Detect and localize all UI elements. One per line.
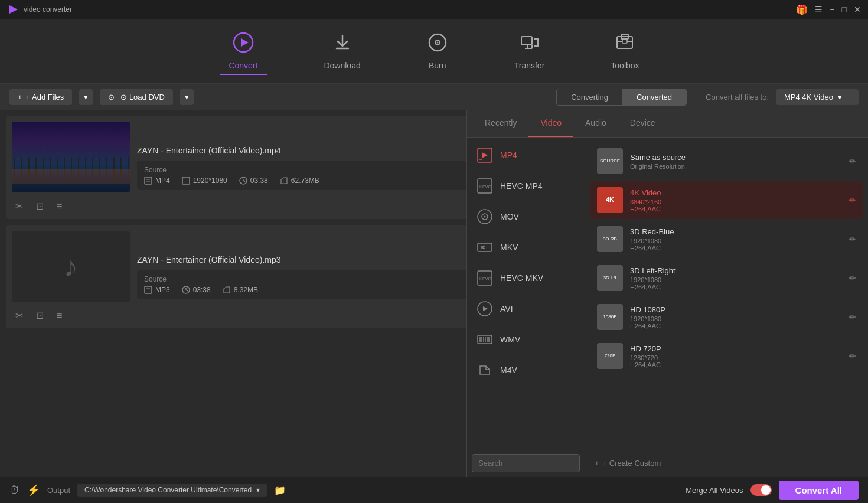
settings-btn-1[interactable]: ≡: [53, 200, 66, 213]
wmv-label: WMV: [500, 335, 520, 344]
svg-text:HEVC: HEVC: [479, 277, 491, 281]
option-3d-left-right[interactable]: 3D LR 3D Left-Right 1920*1080 H264,AAC ✏: [590, 259, 863, 297]
option-same-as-source[interactable]: SOURCE Same as source Original Resolutio…: [590, 142, 863, 180]
edit-btn-3d-lr[interactable]: ✏: [849, 273, 856, 283]
format-list-item-m4v[interactable]: M4V: [467, 355, 585, 386]
main-content: ✂ ⊡ ≡ ZAYN - Entertainer (Official Video…: [0, 110, 868, 477]
minimize-icon[interactable]: −: [830, 5, 834, 14]
load-dvd-dropdown[interactable]: ▾: [180, 89, 194, 105]
option-name-4k: 4K Video: [630, 188, 842, 197]
m4v-icon: [477, 362, 493, 378]
format-tab-device[interactable]: Device: [618, 110, 667, 137]
open-folder-btn[interactable]: 📁: [274, 485, 286, 496]
option-res-3d-lr-line2: H264,AAC: [630, 283, 842, 290]
format-list-item-avi[interactable]: AVI: [467, 293, 585, 324]
add-files-dropdown[interactable]: ▾: [79, 89, 93, 105]
navbar: Convert Download Burn: [0, 19, 868, 84]
svg-point-6: [436, 41, 438, 43]
convert-all-label: Convert all files to:: [706, 93, 769, 102]
nav-item-burn[interactable]: Burn: [417, 27, 458, 75]
settings-btn-2[interactable]: ≡: [53, 309, 66, 322]
mov-icon: [477, 208, 493, 225]
option-4k-video[interactable]: 4K 4K Video 3840*2160 H264,AAC ✏: [590, 181, 863, 219]
app-logo: [7, 4, 19, 15]
format-list-item-wmv[interactable]: WMV: [467, 324, 585, 355]
crop-btn-1[interactable]: ⊡: [32, 200, 47, 213]
option-res-1080p-line2: H264,AAC: [630, 322, 842, 329]
format-options: SOURCE Same as source Original Resolutio…: [585, 138, 868, 449]
format-panel-bottom: + + Create Custom: [467, 449, 868, 477]
option-info-720p: HD 720P 1280*720 H264,AAC: [630, 344, 842, 368]
add-files-button[interactable]: + + Add Files: [9, 89, 72, 105]
nav-item-transfer[interactable]: Transfer: [505, 27, 554, 75]
app-title: video converter: [24, 5, 72, 14]
convert-all-button[interactable]: Convert All: [779, 481, 859, 500]
add-files-label: + Add Files: [26, 93, 64, 102]
m4v-label: M4V: [500, 365, 517, 375]
option-info-3d-lr: 3D Left-Right 1920*1080 H264,AAC: [630, 266, 842, 290]
file-format-1: MP4: [144, 177, 170, 185]
file-actions-2: ✂ ⊡ ≡: [12, 305, 66, 322]
dvd-icon: ⊙: [108, 93, 115, 102]
close-icon[interactable]: ✕: [854, 5, 861, 14]
menu-icon[interactable]: ☰: [815, 5, 823, 14]
nav-item-download[interactable]: Download: [314, 27, 370, 75]
bottom-bar: ⏱ ⚡ Output C:\Wondershare Video Converte…: [0, 477, 868, 503]
create-custom-button[interactable]: + + Create Custom: [595, 459, 661, 468]
format-list-item-mkv[interactable]: MKV: [467, 232, 585, 263]
format-list: MP4 HEVC HEVC MP4: [467, 138, 585, 449]
wmv-icon: [477, 331, 493, 348]
format-list-item-mov[interactable]: MOV: [467, 201, 585, 232]
option-info-3d-rb: 3D Red-Blue 1920*1080 H264,AAC: [630, 227, 842, 252]
format-selected-text: MP4 4K Video: [784, 93, 833, 102]
format-list-item-mp4[interactable]: MP4: [467, 140, 585, 171]
format-list-item-hevc-mkv[interactable]: HEVC HEVC MKV: [467, 263, 585, 293]
option-res-3d-rb-line2: H264,AAC: [630, 244, 842, 252]
gift-icon[interactable]: 🎁: [796, 4, 808, 15]
history-btn[interactable]: ⏱: [9, 484, 20, 497]
mov-label: MOV: [500, 212, 519, 221]
search-input[interactable]: [472, 454, 580, 472]
nav-item-convert[interactable]: Convert: [219, 27, 267, 75]
file-size-2: 8.32MB: [223, 286, 258, 294]
maximize-icon[interactable]: □: [842, 5, 847, 14]
edit-btn-720p[interactable]: ✏: [849, 351, 856, 361]
edit-btn-1080p[interactable]: ✏: [849, 312, 856, 322]
svg-rect-21: [145, 286, 152, 293]
format-body: MP4 HEVC HEVC MP4: [467, 138, 868, 449]
speed-btn[interactable]: ⚡: [27, 484, 40, 497]
hevc-mkv-label: HEVC MKV: [500, 273, 543, 283]
nav-item-toolbox[interactable]: Toolbox: [601, 27, 648, 75]
option-3d-red-blue[interactable]: 3D RB 3D Red-Blue 1920*1080 H264,AAC ✏: [590, 220, 863, 258]
file-duration-1: 03:38: [239, 177, 268, 185]
edit-btn-4k[interactable]: ✏: [849, 195, 856, 205]
music-note-icon: ♪: [64, 250, 78, 283]
tab-converting[interactable]: Converting: [557, 89, 622, 105]
create-custom-label: + Create Custom: [603, 459, 661, 468]
mp4-label: MP4: [500, 151, 517, 160]
edit-btn-same-as-source[interactable]: ✏: [849, 156, 856, 166]
cut-btn-2[interactable]: ✂: [12, 309, 27, 322]
tab-converted[interactable]: Converted: [622, 89, 686, 105]
merge-label: Merge All Videos: [686, 486, 743, 495]
format-select[interactable]: MP4 4K Video ▾: [776, 89, 859, 105]
crop-btn-2[interactable]: ⊡: [32, 309, 47, 322]
file-thumbnail-1: [12, 122, 130, 192]
format-tab-audio[interactable]: Audio: [573, 110, 618, 137]
load-dvd-button[interactable]: ⊙ ⊙ Load DVD: [100, 89, 173, 105]
format-list-item-hevc-mp4[interactable]: HEVC HEVC MP4: [467, 171, 585, 201]
option-info-4k: 4K Video 3840*2160 H264,AAC: [630, 188, 842, 213]
format-tab-video[interactable]: Video: [528, 110, 573, 137]
burn-nav-icon: [427, 32, 448, 57]
cut-btn-1[interactable]: ✂: [12, 200, 27, 213]
titlebar: video converter 🎁 ☰ − □ ✕: [0, 0, 868, 19]
format-tab-recently[interactable]: Recently: [473, 110, 528, 137]
option-hd-1080p[interactable]: 1080P HD 1080P 1920*1080 H264,AAC ✏: [590, 298, 863, 336]
edit-btn-3d-rb[interactable]: ✏: [849, 234, 856, 244]
merge-toggle[interactable]: [750, 484, 772, 496]
option-res-3d-rb-line1: 1920*1080: [630, 237, 842, 244]
create-custom-plus: +: [595, 459, 599, 468]
output-path[interactable]: C:\Wondershare Video Converter Ultimate\…: [77, 484, 267, 497]
option-hd-720p[interactable]: 720P HD 720P 1280*720 H264,AAC ✏: [590, 337, 863, 375]
option-res-4k-line1: 3840*2160: [630, 198, 842, 205]
